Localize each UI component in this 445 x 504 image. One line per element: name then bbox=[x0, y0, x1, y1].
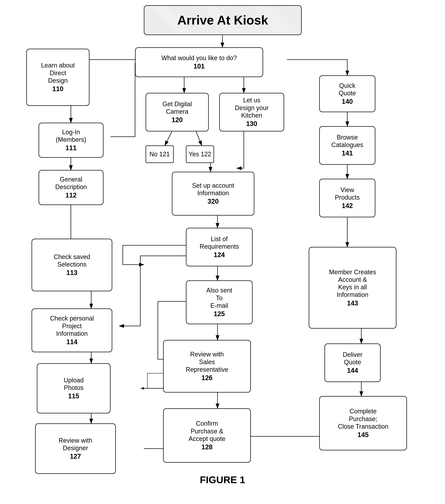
what-label: What would you like to do? bbox=[161, 54, 237, 62]
check-personal-label: Check personal Project Information bbox=[50, 315, 94, 337]
node-check-personal: Check personal Project Information 114 bbox=[32, 308, 112, 352]
node-review-sales: Review with Sales Representative 126 bbox=[163, 340, 251, 393]
node-setup: Set up account Information 320 bbox=[172, 172, 254, 216]
node-get-camera: Get Digital Camera 120 bbox=[146, 93, 209, 131]
deliver-quote-label: Deliver Quote bbox=[343, 351, 362, 366]
upload-num: 115 bbox=[68, 392, 79, 400]
upload-label: Upload Photos bbox=[64, 377, 84, 392]
arrive-label: Arrive At Kiosk bbox=[177, 13, 268, 27]
node-login: Log-In (Members) 111 bbox=[39, 123, 103, 158]
node-also-sent: Also sent To E-mail 125 bbox=[186, 280, 252, 324]
let-us-label: Let us Design your Kitchen bbox=[235, 96, 269, 119]
node-check-saved: Check saved Selections 113 bbox=[32, 239, 112, 291]
deliver-quote-num: 144 bbox=[347, 367, 358, 375]
general-label: General Description bbox=[55, 176, 87, 191]
get-camera-label: Get Digital Camera bbox=[162, 100, 192, 115]
check-personal-num: 114 bbox=[66, 338, 77, 346]
view-products-label: View Products bbox=[335, 186, 360, 201]
what-num: 101 bbox=[193, 62, 205, 71]
diagram-container: Arrive At Kiosk What would you like to d… bbox=[0, 0, 445, 491]
setup-label: Set up account Information bbox=[192, 182, 234, 197]
figure-label-text: FIGURE 1 bbox=[200, 474, 245, 485]
figure-label: FIGURE 1 bbox=[0, 474, 445, 486]
quick-quote-label: Quick Quote bbox=[339, 82, 356, 97]
check-saved-label: Check saved Selections bbox=[54, 253, 90, 268]
node-confirm: Confirm Purchase & Accept quote 128 bbox=[163, 408, 251, 463]
node-view-products: View Products 142 bbox=[319, 179, 375, 217]
browse-label: Browse Catalogues bbox=[331, 134, 363, 149]
node-review-designer: Review with Designer 127 bbox=[35, 423, 116, 474]
node-member-creates: Member Creates Account & Keys in all Inf… bbox=[309, 247, 396, 329]
confirm-label: Confirm Purchase & Accept quote bbox=[189, 420, 225, 443]
node-no: No 121 bbox=[146, 145, 174, 163]
node-general: General Description 112 bbox=[39, 170, 103, 205]
complete-label: Complete Purchase; Close Transaction bbox=[338, 407, 388, 430]
quick-quote-num: 140 bbox=[342, 98, 353, 106]
node-upload: Upload Photos 115 bbox=[37, 363, 111, 414]
member-creates-num: 143 bbox=[347, 299, 358, 307]
confirm-num: 128 bbox=[201, 443, 213, 451]
learn-label: Learn about Direct Design bbox=[41, 61, 75, 84]
node-learn: Learn about Direct Design 110 bbox=[26, 49, 89, 106]
review-designer-num: 127 bbox=[70, 452, 81, 461]
complete-num: 145 bbox=[357, 431, 368, 439]
node-deliver-quote: Deliver Quote 144 bbox=[325, 343, 381, 382]
review-designer-label: Review with Designer bbox=[58, 437, 92, 452]
list-req-num: 124 bbox=[214, 251, 225, 259]
node-quick-quote: Quick Quote 140 bbox=[319, 75, 375, 112]
review-sales-num: 126 bbox=[201, 374, 213, 382]
view-products-num: 142 bbox=[342, 202, 353, 210]
browse-num: 141 bbox=[342, 149, 353, 157]
general-num: 112 bbox=[65, 191, 77, 199]
also-sent-num: 125 bbox=[214, 310, 225, 318]
login-label: Log-In (Members) bbox=[56, 128, 86, 143]
yes-label: Yes 122 bbox=[189, 150, 211, 158]
no-label: No 121 bbox=[150, 150, 170, 158]
node-what: What would you like to do? 101 bbox=[135, 47, 263, 77]
login-num: 111 bbox=[65, 144, 77, 152]
let-us-num: 130 bbox=[246, 120, 257, 128]
also-sent-label: Also sent To E-mail bbox=[206, 287, 232, 309]
setup-num: 320 bbox=[208, 198, 219, 206]
node-list-req: List of Requirements 124 bbox=[186, 228, 252, 266]
learn-num: 110 bbox=[52, 85, 63, 93]
node-complete: Complete Purchase; Close Transaction 145 bbox=[319, 396, 407, 450]
review-sales-label: Review with Sales Representative bbox=[186, 350, 228, 373]
list-req-label: List of Requirements bbox=[200, 235, 239, 250]
check-saved-num: 113 bbox=[66, 269, 77, 277]
node-yes: Yes 122 bbox=[186, 145, 214, 163]
get-camera-num: 120 bbox=[172, 116, 183, 124]
node-let-us: Let us Design your Kitchen 130 bbox=[219, 93, 284, 131]
node-arrive-at-kiosk: Arrive At Kiosk bbox=[144, 5, 302, 35]
node-browse: Browse Catalogues 141 bbox=[319, 126, 375, 165]
member-creates-label: Member Creates Account & Keys in all Inf… bbox=[329, 268, 376, 299]
